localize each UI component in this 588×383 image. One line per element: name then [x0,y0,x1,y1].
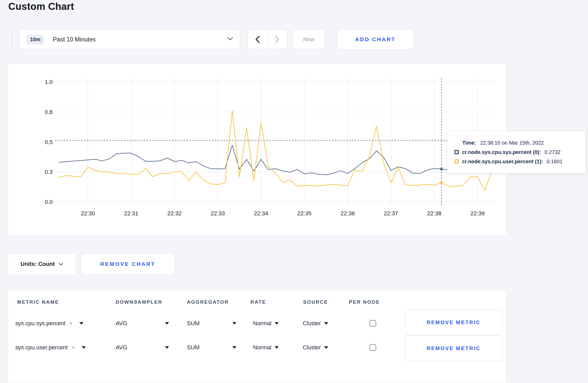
units-label: Units: Count [20,261,55,267]
rate-value: Normal [253,344,271,351]
col-header-metric-name: METRIC NAME [17,299,59,305]
source-value: Cluster [303,320,321,327]
tooltip-time-label: Time: [462,140,476,146]
col-header-rate: RATE [250,299,266,305]
aggregator-value: SUM [187,344,200,351]
aggregator-value: SUM [187,320,200,327]
svg-text:22:35: 22:35 [297,210,311,217]
col-header-per-node: PER NODE [349,299,380,305]
chevron-down-icon [59,263,63,266]
col-header-aggregator: AGGREGATOR [187,299,229,305]
downsampler-arrow[interactable] [165,322,169,325]
svg-text:0.0: 0.0 [45,199,53,205]
svg-text:22:38: 22:38 [427,210,441,217]
chart-card: 0.00.30.50.81.022:3022:3122:3222:3322:34… [8,63,506,235]
metrics-table: METRIC NAME DOWNSAMPLER AGGREGATOR RATE … [8,290,506,383]
rate-value: Normal [253,320,271,327]
downsampler-value: AVG [116,320,127,327]
add-chart-button[interactable]: ADD CHART [337,29,414,50]
now-button-label: Now [303,36,314,43]
toolbar-divider [11,31,12,48]
remove-chart-button[interactable]: REMOVE CHART [81,253,175,275]
custom-chart-page: Custom Chart 10m Past 10 Minutes Now ADD… [0,0,588,383]
per-node-cell [369,344,376,351]
aggregator-select[interactable]: SUM [187,320,200,327]
tooltip-series-value: 0.2732 [545,149,561,155]
metric-name: sys.cpu.sys.percent [15,320,65,327]
svg-text:22:33: 22:33 [211,210,225,217]
svg-text:0.8: 0.8 [45,109,53,115]
col-header-downsampler: DOWNSAMPLER [116,299,163,305]
chevron-down-icon [227,37,233,42]
source-value: Cluster [303,344,321,351]
aggregator-select[interactable]: SUM [187,344,200,351]
clear-metric-icon[interactable]: × [69,320,73,327]
remove-metric-label: REMOVE METRIC [427,345,481,351]
tooltip-series-label: cr.node.sys.cpu.sys.percent (0): [462,149,541,155]
series-swatch-icon [454,159,459,164]
units-selector[interactable]: Units: Count [8,253,76,275]
dropdown-arrow-icon [165,346,169,349]
dropdown-arrow-icon [275,346,279,349]
remove-metric-button[interactable]: REMOVE METRIC [405,310,502,335]
chevron-right-icon [275,36,279,43]
dropdown-arrow-icon [82,346,86,349]
dropdown-arrow-icon [324,322,328,325]
chart-tooltip: Time: 22:38:10 on Mar 15th, 2022 cr.node… [447,131,586,173]
svg-text:22:34: 22:34 [254,210,268,217]
rate-select[interactable]: Normal [253,344,279,351]
prev-time-button[interactable] [248,30,268,49]
page-title: Custom Chart [8,1,74,12]
chevron-left-icon [255,36,260,43]
svg-text:22:31: 22:31 [124,210,138,217]
dropdown-arrow-icon [232,346,236,349]
series-swatch-icon [454,150,459,154]
add-chart-label: ADD CHART [355,36,396,42]
tooltip-series-value: 0.1601 [547,159,562,165]
per-node-checkbox[interactable] [369,344,376,351]
aggregator-arrow[interactable] [232,346,236,349]
svg-text:0.5: 0.5 [45,139,53,145]
remove-metric-button[interactable]: REMOVE METRIC [405,336,502,361]
time-pager [248,30,287,49]
metric-name-select[interactable]: sys.cpu.user.percent × [15,344,86,351]
tooltip-time-value: 22:38:10 on Mar 15th, 2022 [480,140,544,146]
remove-metric-label: REMOVE METRIC [427,320,481,325]
source-select[interactable]: Cluster [303,320,328,327]
dropdown-arrow-icon [165,322,169,325]
downsampler-arrow[interactable] [165,346,169,349]
svg-text:1.0: 1.0 [45,79,53,85]
col-header-source: SOURCE [303,299,328,305]
svg-text:22:36: 22:36 [340,210,355,217]
metric-name: sys.cpu.user.percent [15,344,68,351]
now-button[interactable]: Now [293,30,325,49]
rate-select[interactable]: Normal [253,320,279,327]
tooltip-time-row: Time: 22:38:10 on Mar 15th, 2022 [454,140,580,146]
source-select[interactable]: Cluster [303,344,328,351]
svg-text:22:37: 22:37 [384,210,398,217]
remove-chart-label: REMOVE CHART [100,261,155,267]
timeseries-chart[interactable]: 0.00.30.50.81.022:3022:3122:3222:3322:34… [8,64,507,235]
clear-metric-icon[interactable]: × [71,344,75,351]
svg-text:22:30: 22:30 [81,210,95,217]
time-window-badge: 10m [26,35,44,44]
time-window-label: Past 10 Minutes [53,36,96,43]
metric-name-select[interactable]: sys.cpu.sys.percent × [15,320,83,327]
downsampler-select[interactable]: AVG [116,344,127,351]
dropdown-arrow-icon [324,346,328,349]
downsampler-select[interactable]: AVG [116,320,127,327]
dropdown-arrow-icon [232,322,236,325]
downsampler-value: AVG [116,344,127,351]
dropdown-arrow-icon [275,322,279,325]
time-window-selector[interactable]: 10m Past 10 Minutes [19,30,240,49]
svg-text:22:39: 22:39 [470,210,485,217]
tooltip-series-row: cr.node.sys.cpu.user.percent (1): 0.1601 [454,159,580,165]
per-node-checkbox[interactable] [369,320,376,327]
dropdown-arrow-icon [79,322,83,325]
tooltip-series-label: cr.node.sys.cpu.user.percent (1): [462,159,543,165]
per-node-cell [369,320,376,327]
svg-text:0.3: 0.3 [45,169,53,175]
next-time-button[interactable] [268,30,287,49]
aggregator-arrow[interactable] [232,322,236,325]
svg-text:22:32: 22:32 [167,210,181,217]
